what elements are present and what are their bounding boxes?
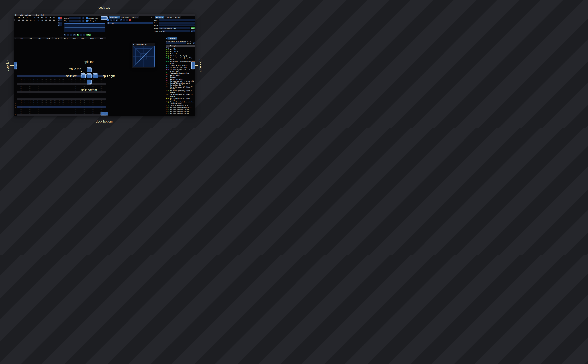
song-album-field[interactable] <box>159 25 195 26</box>
poly-button[interactable]: Poly <box>86 34 91 36</box>
pattern-cell[interactable]: ··· ·· ·· ··· <box>26 115 35 116</box>
effect-row-0Axy[interactable]: 0AxyVolume slide (0y: down; x0: up) <box>166 72 195 74</box>
tab-speed[interactable]: Speed <box>174 16 181 19</box>
tab-wavetables[interactable]: Wavetables <box>120 16 130 19</box>
repeat-pattern-button[interactable]: ↻ <box>83 34 85 36</box>
effect-row-05xy[interactable]: 05xyVolume slide + vibrato (compatibilit… <box>166 57 195 61</box>
note-input-pad-upper[interactable] <box>64 23 105 27</box>
tab-song-info[interactable]: Song Info <box>155 16 164 19</box>
effect-row-11xx[interactable]: 11xxSet feedback (0 to 7) <box>166 84 195 86</box>
effect-row-03xx[interactable]: 03xxPortamento <box>166 53 195 55</box>
effect-row-13xx[interactable]: 13xxSet level of operator 2 (0 highest, … <box>166 90 195 94</box>
move-instrument-up-button[interactable]: ↑ <box>123 19 125 21</box>
effect-row-19xx[interactable]: 19xxSet attack of all operators (0 to 1F… <box>166 107 195 109</box>
move-order-down-button[interactable]: ∨ <box>58 22 60 24</box>
step-input[interactable] <box>69 20 79 22</box>
tab-instruments[interactable]: Instruments <box>109 16 119 19</box>
order-row[interactable]: 00000000000000000000 <box>14 19 57 21</box>
pattern-cell[interactable]: ··· ·· ·· ··· <box>53 115 61 116</box>
channel-header-fm-2[interactable]: FM 2 <box>26 37 35 39</box>
add-order-button[interactable]: + <box>58 17 60 19</box>
menu-edit[interactable]: edit <box>20 14 22 16</box>
open-instrument-button[interactable]: ▭ <box>113 19 115 21</box>
order-cell-7[interactable]: 00 <box>44 19 48 21</box>
effect-row-14xx[interactable]: 14xxSet level of operator 3 (0 highest, … <box>166 94 195 97</box>
menu-file[interactable]: file <box>15 14 17 16</box>
channel-header-fm-5[interactable]: FM 5 <box>53 37 61 39</box>
channel-header-square-1[interactable]: Square 1 <box>70 37 79 39</box>
tab-collapse-icon[interactable] <box>153 17 155 19</box>
tab-samples[interactable]: Samples <box>131 16 139 19</box>
effect-row-15xx[interactable]: 15xxSet level of operator 4 (0 highest, … <box>166 97 195 101</box>
add-instrument-button[interactable]: + <box>107 19 109 21</box>
channel-header-fm-4[interactable]: FM 4 <box>44 37 53 39</box>
follow-pattern-checkbox[interactable] <box>86 20 88 22</box>
dock-bottom-target[interactable] <box>100 112 108 116</box>
edit-toggle-button[interactable]: ● <box>77 34 79 36</box>
order-cell-3[interactable]: 00 <box>29 19 33 21</box>
effect-row-0Cxx[interactable]: 0CxxRetrigger <box>166 76 195 78</box>
channel-header-square-2[interactable]: Square 2 <box>79 37 88 39</box>
dock-right-target[interactable] <box>191 62 195 69</box>
pattern-cell[interactable]: ··· ·· ·· ··· <box>88 115 97 116</box>
order-cell-1[interactable]: 00 <box>21 19 25 21</box>
effect-row-06xy[interactable]: 06xyVolume slide + portamento (compatibi… <box>166 61 195 64</box>
order-change-mode-button[interactable]: ⚄ <box>58 24 60 26</box>
effect-row-1Cxx[interactable]: 1CxxSet attack of operator 3 (0 to 1F) <box>166 113 195 115</box>
pattern-cell[interactable]: ··· ·· ·· ··· <box>17 115 26 116</box>
follow-orders-checkbox[interactable] <box>86 17 88 19</box>
pattern-cell[interactable]: ··· ·· ·· ··· <box>44 115 53 116</box>
effect-row-01xx[interactable]: 01xxPitch slide up <box>166 49 195 51</box>
order-cell-0[interactable]: 00 <box>17 19 21 21</box>
channel-header-fm-6[interactable]: FM 6 <box>61 37 70 39</box>
tab-effect-list[interactable]: Effect List <box>167 37 177 39</box>
split-left-target[interactable] <box>80 73 86 78</box>
octave-decrease-button[interactable]: - <box>79 17 81 19</box>
menu-window[interactable]: window <box>33 14 39 16</box>
split-bottom-target[interactable] <box>87 79 92 84</box>
effect-row-07xy[interactable]: 07xyTremolo (x: speed; y: depth) <box>166 64 195 66</box>
tuning-increase-button[interactable]: + <box>193 30 195 32</box>
save-instrument-button[interactable]: ▦ <box>116 19 118 21</box>
menu-settings[interactable]: settings <box>25 14 31 16</box>
order-cell-9[interactable]: 00 <box>52 19 56 21</box>
remove-order-button[interactable]: − <box>60 17 62 19</box>
octave-increase-button[interactable]: + <box>82 17 84 19</box>
duplicate-order-button[interactable]: ⧉ <box>58 19 60 21</box>
split-right-target[interactable] <box>93 73 98 78</box>
play-button[interactable]: ▶ <box>64 34 66 36</box>
make-tab-target[interactable] <box>87 73 92 78</box>
delete-instrument-button[interactable]: × <box>129 19 131 21</box>
effect-row-09xx[interactable]: 09xxSet groove pattern (speed 1 if no gr… <box>166 68 195 72</box>
effect-row-00xy[interactable]: 00xyArpeggio <box>166 47 195 49</box>
instrument-list-item[interactable]: - None - <box>107 22 153 24</box>
pattern-cell[interactable]: ··· ·· ·· ··· <box>79 115 88 116</box>
move-instrument-down-button[interactable]: ↓ <box>126 19 128 21</box>
pattern-cell[interactable]: ··· ·· ·· ··· <box>35 115 44 116</box>
effect-search-input[interactable] <box>166 42 186 44</box>
channel-header-fm-1[interactable]: FM 1 <box>17 37 26 39</box>
close-song-info-panel-button[interactable] <box>193 17 195 18</box>
song-name-field[interactable] <box>159 19 195 21</box>
order-cell-2[interactable]: 00 <box>25 19 29 21</box>
pattern-cell[interactable]: ··· ·· ·· ··· <box>70 115 79 116</box>
channel-header-noise[interactable]: Noise <box>97 37 106 39</box>
metronome-button[interactable]: ♪ <box>80 34 82 36</box>
dock-left-target[interactable] <box>14 62 17 69</box>
tuning-decrease-button[interactable]: - <box>191 30 192 32</box>
pattern-corner-button[interactable]: ++ <box>14 37 17 39</box>
channel-header-fm-3[interactable]: FM 3 <box>35 37 44 39</box>
window-collapse-icon[interactable] <box>133 44 134 46</box>
step-decrease-button[interactable]: - <box>79 20 81 22</box>
tuning-field[interactable] <box>162 30 190 32</box>
effect-row-1Axx[interactable]: 1AxxSet attack of operator 1 (0 to 1F) <box>166 109 195 111</box>
effect-row-12xx[interactable]: 12xxSet level of operator 1 (0 highest, … <box>166 86 195 90</box>
order-cell-4[interactable]: 00 <box>33 19 36 21</box>
effect-row-08xy[interactable]: 08xySet panning (x: left; y: right) <box>166 66 195 68</box>
note-input-pad-lower[interactable] <box>64 28 105 32</box>
effect-row-16xy[interactable]: 16xySet operator multiplier (x: operator… <box>166 101 195 105</box>
close-instruments-panel-button[interactable] <box>151 17 152 18</box>
move-order-up-button[interactable]: ↥ <box>60 19 62 21</box>
system-field[interactable] <box>159 27 190 29</box>
oscilloscope-titlebar[interactable]: Oscilloscope (X-Y) <box>132 43 155 46</box>
